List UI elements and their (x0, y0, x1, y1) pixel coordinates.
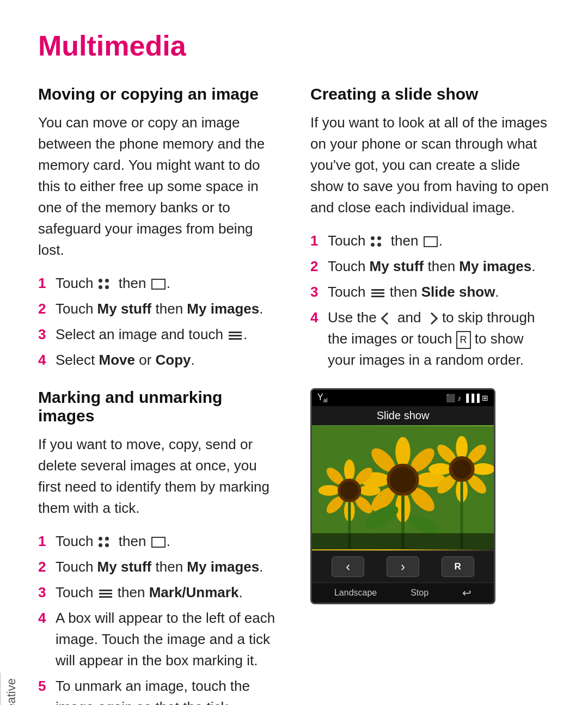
step-content: Use the and to skip through the images o… (328, 307, 550, 371)
svg-point-28 (428, 463, 452, 475)
page-title: Multimedia (38, 29, 550, 62)
my-stuff-label: My stuff (370, 258, 424, 274)
step-num: 3 (38, 324, 56, 345)
step-4-moving: 4 Select Move or Copy. (38, 350, 278, 371)
two-column-layout: Moving or copying an image You can move … (38, 85, 550, 705)
section-moving-copying: Moving or copying an image You can move … (38, 85, 278, 371)
phone-topbar: Slide show (312, 406, 494, 425)
back-icon: ↩ (462, 587, 471, 599)
svg-point-18 (318, 485, 340, 496)
step-2-slideshow: 2 Touch My stuff then My images. (310, 256, 550, 277)
prev-button[interactable]: ‹ (332, 556, 364, 577)
grid-status-icon: ⊞ (482, 394, 488, 402)
step-content: A box will appear to the left of each im… (56, 608, 278, 671)
slide-show-label: Slide show (421, 284, 495, 300)
section-desc-marking: If you want to move, copy, send or delet… (38, 434, 278, 519)
steps-slideshow: 1 Touch then . 2 Touch My stuff then My … (310, 230, 550, 371)
step-content: Touch My stuff then My images. (56, 556, 278, 578)
menu-icon (229, 330, 242, 341)
dots-icon (99, 537, 114, 548)
step-1-marking: 1 Touch then . (38, 531, 278, 552)
my-images-label: My images (187, 301, 259, 317)
menu-icon (371, 287, 384, 299)
phone-softkeys: Landscape Stop ↩ (312, 583, 494, 603)
svg-point-12 (344, 459, 355, 481)
stop-softkey[interactable]: Stop (411, 588, 428, 598)
section-title-slideshow: Creating a slide show (310, 85, 550, 103)
step-2-moving: 2 Touch My stuff then My images. (38, 298, 278, 320)
move-label: Move (99, 352, 135, 368)
step-num: 5 (38, 676, 56, 697)
section-title-marking: Marking and unmarking images (38, 388, 278, 425)
statusbar-right: ⬛ ♪ ▐▐▐ ⊞ (446, 394, 488, 402)
page: Multimedia Moving or copying an image Yo… (0, 0, 588, 705)
step-4-slideshow: 4 Use the and to skip through the images… (310, 307, 550, 371)
step-content: Touch then . (56, 531, 278, 552)
left-column: Moving or copying an image You can move … (38, 85, 278, 705)
step-content: Touch My stuff then My images. (56, 298, 278, 320)
step-num: 1 (38, 531, 56, 552)
phone-statusbar: Yal ⬛ ♪ ▐▐▐ ⊞ (312, 390, 494, 406)
step-2-marking: 2 Touch My stuff then My images. (38, 556, 278, 578)
phone-screenshot: Yal ⬛ ♪ ▐▐▐ ⊞ Slide show (310, 388, 495, 604)
step-num: 2 (38, 298, 56, 320)
steps-moving: 1 Touch then . 2 Touch My stuff then My … (38, 273, 278, 371)
step-content: Touch then Slide show. (328, 281, 550, 303)
signal-icon: Yal (317, 393, 327, 403)
step-num: 1 (310, 230, 328, 252)
random-button[interactable]: R (442, 556, 474, 577)
menu-icon (99, 588, 112, 599)
my-stuff-label: My stuff (97, 559, 152, 575)
dots-icon (371, 236, 386, 247)
landscape-label: Landscape (334, 588, 377, 597)
landscape-softkey[interactable]: Landscape (334, 588, 377, 598)
steps-marking: 1 Touch then . 2 Touch My stuff then My … (38, 531, 278, 705)
step-3-slideshow: 3 Touch then Slide show. (310, 281, 550, 303)
step-3-moving: 3 Select an image and touch . (38, 324, 278, 345)
svg-point-31 (452, 459, 471, 479)
sunflower-svg (312, 425, 494, 550)
step-num: 4 (38, 608, 56, 629)
step-num: 4 (310, 307, 328, 328)
step-num: 3 (38, 582, 56, 603)
mark-unmark-label: Mark/Unmark (149, 584, 239, 600)
battery-icon: ▐▐▐ (463, 394, 480, 402)
section-slideshow: Creating a slide show If you want to loo… (310, 85, 550, 371)
step-num: 3 (310, 281, 328, 303)
grid-icon (424, 236, 438, 247)
svg-rect-37 (312, 534, 494, 549)
camera-icon: ⬛ (446, 394, 455, 402)
copy-label: Copy (156, 352, 191, 368)
step-content: Touch My stuff then My images. (328, 256, 550, 277)
back-softkey[interactable]: ↩ (462, 586, 471, 599)
my-images-label: My images (187, 559, 259, 575)
step-content: To unmark an image, touch the image agai… (56, 676, 278, 705)
phone-image-area (312, 425, 494, 550)
section-desc-slideshow: If you want to look at all of the images… (310, 112, 550, 218)
next-button[interactable]: › (387, 556, 419, 577)
step-num: 2 (310, 256, 328, 277)
right-column: Creating a slide show If you want to loo… (310, 85, 550, 705)
step-1-moving: 1 Touch then . (38, 273, 278, 294)
chevron-right-icon (425, 312, 438, 325)
section-marking: Marking and unmarking images If you want… (38, 388, 278, 705)
svg-point-2 (395, 437, 411, 467)
svg-point-21 (340, 481, 358, 499)
statusbar-left: Yal (317, 393, 327, 403)
svg-point-22 (456, 436, 468, 459)
step-content: Touch then . (56, 273, 278, 294)
step-3-marking: 3 Touch then Mark/Unmark. (38, 582, 278, 603)
step-content: Touch then . (328, 230, 550, 252)
step-num: 2 (38, 556, 56, 578)
step-4-marking: 4 A box will appear to the left of each … (38, 608, 278, 671)
svg-point-24 (471, 463, 494, 475)
section-desc-moving: You can move or copy an image between th… (38, 112, 278, 261)
grid-icon (151, 279, 166, 290)
step-num: 1 (38, 273, 56, 294)
step-5-marking: 5 To unmark an image, touch the image ag… (38, 676, 278, 705)
section-title-moving: Moving or copying an image (38, 85, 278, 103)
step-content: Select an image and touch . (56, 324, 278, 345)
step-content: Touch then Mark/Unmark. (56, 582, 278, 603)
step-content: Select Move or Copy. (56, 350, 278, 371)
svg-point-11 (390, 467, 415, 493)
